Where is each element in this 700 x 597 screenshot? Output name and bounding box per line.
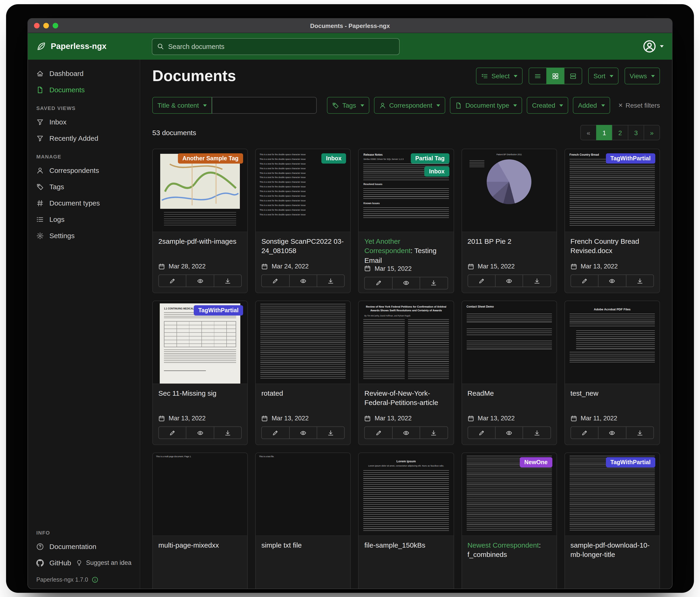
tags-filter-button[interactable]: Tags — [327, 97, 369, 114]
download-button[interactable] — [317, 426, 345, 439]
sort-button[interactable]: Sort — [588, 68, 618, 85]
document-card[interactable]: Release NotesSimba ODBC Driver for SQL S… — [358, 149, 454, 293]
tag-badge[interactable]: TagWithPartial — [194, 305, 243, 315]
pagination-button[interactable]: » — [644, 125, 660, 140]
created-filter-button[interactable]: Created — [527, 97, 569, 114]
document-title[interactable]: file-sample_150kBs — [365, 541, 448, 550]
tag-badge[interactable]: TagWithPartial — [606, 153, 655, 164]
document-thumbnail[interactable]: Patient BP Distribution 2011 — [462, 149, 556, 232]
document-correspondent[interactable]: Newest Correspondent — [467, 541, 539, 549]
document-title[interactable]: multi-page-mixedxx — [158, 541, 242, 550]
pagination-button[interactable]: 1 — [596, 125, 612, 140]
document-thumbnail[interactable]: Adobe Acrobat PDF Files — [565, 301, 659, 384]
preview-button[interactable] — [495, 274, 523, 287]
sidebar-item-dashboard[interactable]: Dashboard — [28, 65, 140, 81]
global-search[interactable] — [152, 38, 400, 55]
document-thumbnail[interactable]: This is a test file. — [256, 453, 350, 536]
preview-button[interactable] — [495, 426, 523, 439]
document-card[interactable]: This is a test file. simple txt file — [255, 453, 351, 589]
download-button[interactable] — [523, 426, 551, 439]
document-card[interactable]: Another Sample Tag 2sample-pdf-with-imag… — [152, 149, 248, 293]
document-type-filter-button[interactable]: Document type — [450, 97, 522, 114]
document-thumbnail[interactable]: Lorem ipsumLorem ipsum dolor sit amet, c… — [359, 453, 453, 536]
document-title[interactable]: 2011 BP Pie 2 — [467, 237, 551, 246]
edit-button[interactable] — [467, 274, 496, 287]
download-button[interactable] — [523, 274, 551, 287]
document-card[interactable]: rotated Mar 13, 2022 — [255, 301, 351, 445]
document-title[interactable]: Sec 11-Missing sig — [158, 389, 242, 398]
edit-button[interactable] — [467, 426, 496, 439]
views-button[interactable]: Views — [625, 68, 660, 85]
document-thumbnail[interactable]: This is a multi page document. Page 1. — [153, 453, 247, 536]
document-title[interactable]: Sonstige ScanPC2022 03-24_081058 — [261, 237, 345, 256]
download-button[interactable] — [626, 426, 654, 439]
preview-button[interactable] — [289, 426, 317, 439]
download-button[interactable] — [317, 274, 345, 287]
detail-view-button[interactable] — [529, 68, 547, 85]
correspondent-filter-button[interactable]: Correspondent — [374, 97, 445, 114]
document-card[interactable]: Contact Sheet Demo ReadMe Mar 13, 2022 — [461, 301, 557, 445]
document-card[interactable]: Review of New York Federal Petitions for… — [358, 301, 454, 445]
document-thumbnail[interactable]: Review of New York Federal Petitions for… — [359, 301, 453, 384]
edit-button[interactable] — [158, 426, 186, 439]
sidebar-item-document-types[interactable]: Document types — [28, 195, 140, 211]
document-title[interactable]: simple txt file — [261, 541, 345, 550]
preview-button[interactable] — [186, 426, 214, 439]
preview-button[interactable] — [392, 426, 420, 439]
preview-button[interactable] — [598, 274, 626, 287]
title-content-dropdown[interactable]: Title & content — [152, 97, 212, 114]
title-content-input[interactable] — [212, 97, 317, 114]
document-thumbnail[interactable] — [256, 301, 350, 384]
edit-button[interactable] — [571, 426, 599, 439]
sidebar-item-inbox[interactable]: Inbox — [28, 114, 140, 130]
tag-badge[interactable]: TagWithPartial — [606, 457, 655, 468]
added-filter-button[interactable]: Added — [573, 97, 610, 114]
document-card[interactable]: Patient BP Distribution 2011 2011 BP Pie… — [461, 149, 557, 293]
preview-button[interactable] — [186, 274, 214, 287]
small-cards-view-button[interactable] — [546, 68, 565, 85]
sidebar-item-tags[interactable]: Tags — [28, 178, 140, 195]
document-title[interactable]: test_new — [571, 389, 654, 398]
edit-button[interactable] — [261, 426, 290, 439]
preview-button[interactable] — [598, 426, 626, 439]
document-title[interactable]: 2sample-pdf-with-images — [158, 237, 242, 246]
sidebar-item-suggest-idea[interactable]: Suggest an idea — [73, 555, 134, 570]
document-card[interactable]: 1.1 CONTINUING MEDICAL EDUCA TagWithPart… — [152, 301, 248, 445]
document-card[interactable]: Adobe Acrobat PDF Files test_new Mar 11,… — [565, 301, 660, 445]
document-card[interactable]: Lorem ipsumLorem ipsum dolor sit amet, c… — [358, 453, 454, 589]
tag-badge[interactable]: Another Sample Tag — [178, 153, 243, 164]
document-title[interactable]: ReadMe — [467, 389, 551, 398]
pagination-button[interactable]: « — [580, 125, 597, 140]
document-card[interactable]: This is a multi page document. Page 1. m… — [152, 453, 248, 589]
document-thumbnail[interactable]: Contact Sheet Demo — [462, 301, 556, 384]
edit-button[interactable] — [158, 274, 186, 287]
zoom-window-button[interactable] — [53, 23, 58, 28]
tag-badge[interactable]: Inbox — [321, 153, 346, 164]
preview-button[interactable] — [289, 274, 317, 287]
sidebar-item-recently-added[interactable]: Recently Added — [28, 130, 140, 146]
download-button[interactable] — [626, 274, 654, 287]
pagination-button[interactable]: 2 — [612, 125, 628, 140]
sidebar-item-logs[interactable]: Logs — [28, 211, 140, 228]
edit-button[interactable] — [571, 274, 599, 287]
document-correspondent[interactable]: Yet Another Correspondent — [365, 237, 410, 255]
sidebar-item-documentation[interactable]: Documentation — [28, 538, 140, 555]
large-cards-view-button[interactable] — [564, 68, 582, 85]
document-card[interactable]: French Country Bread TagWithPartial Fren… — [565, 149, 660, 293]
document-card[interactable]: NewOne Newest Correspondent: f_combineds — [461, 453, 557, 589]
preview-button[interactable] — [392, 277, 420, 289]
edit-button[interactable] — [365, 426, 393, 439]
tag-badge[interactable]: Inbox — [425, 166, 449, 176]
sidebar-item-github[interactable]: GitHub — [28, 555, 73, 571]
search-input[interactable] — [168, 43, 395, 50]
document-title[interactable]: rotated — [261, 389, 345, 398]
user-menu[interactable] — [643, 40, 664, 53]
download-button[interactable] — [420, 277, 448, 289]
download-button[interactable] — [214, 274, 242, 287]
document-title[interactable]: French Country Bread Revised.docx — [571, 237, 654, 256]
download-button[interactable] — [214, 426, 242, 439]
sidebar-item-settings[interactable]: Settings — [28, 228, 140, 244]
download-button[interactable] — [420, 426, 448, 439]
sidebar-item-correspondents[interactable]: Correspondents — [28, 162, 140, 178]
sidebar-item-documents[interactable]: Documents — [28, 81, 140, 98]
